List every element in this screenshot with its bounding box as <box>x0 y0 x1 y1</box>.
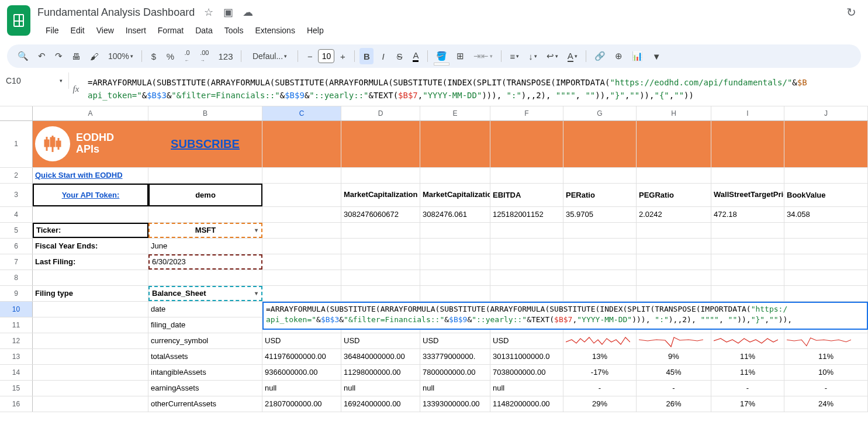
cell-D3[interactable]: MarketCapitalization <box>341 184 420 206</box>
subscribe-link[interactable]: SUBSCRIBE <box>171 137 240 151</box>
in-cell-formula-editor[interactable]: =ARRAYFORMULA(SUBSTITUTE(ARRAYFORMULA(SU… <box>262 302 868 330</box>
cell-C5[interactable] <box>262 223 341 238</box>
print-icon[interactable]: 🖶 <box>68 48 84 64</box>
row-header-5[interactable]: 5 <box>0 223 33 238</box>
cell-E9[interactable] <box>420 286 490 301</box>
cell-J14[interactable]: 10% <box>784 365 868 380</box>
cell-A13[interactable] <box>33 349 148 364</box>
select-all-corner[interactable] <box>0 106 33 120</box>
cell-H6[interactable] <box>637 239 711 254</box>
merge-button[interactable]: ⇥⇤ <box>470 48 496 64</box>
menu-format[interactable]: Format <box>153 23 188 37</box>
format-currency[interactable]: $ <box>147 48 161 64</box>
cell-G12-sparkline[interactable] <box>563 333 637 348</box>
cell-C15[interactable]: null <box>262 381 341 396</box>
move-icon[interactable]: ▣ <box>223 6 233 18</box>
cell-G5[interactable] <box>563 223 637 238</box>
cell-I5[interactable] <box>711 223 784 238</box>
cell-G14[interactable]: -17% <box>563 365 637 380</box>
cell-I4[interactable]: 472.18 <box>711 207 784 222</box>
cell-G8[interactable] <box>563 270 637 285</box>
bold-button[interactable]: B <box>359 48 374 64</box>
text-color-button[interactable]: A <box>409 48 423 64</box>
cell-J12-sparkline[interactable] <box>784 333 868 348</box>
cell-H5[interactable] <box>637 223 711 238</box>
cell-H4[interactable]: 2.0242 <box>637 207 711 222</box>
cell-A6[interactable]: Fiscal Year Ends: <box>33 239 148 254</box>
cell-D6[interactable] <box>341 239 420 254</box>
cell-C6[interactable] <box>262 239 341 254</box>
cell-G13[interactable]: 13% <box>563 349 637 364</box>
cell-B4[interactable] <box>148 207 262 222</box>
align-h-button[interactable]: ≡ <box>506 48 523 64</box>
cell-C4[interactable] <box>262 207 341 222</box>
fill-color-button[interactable]: 🪣 <box>433 48 451 64</box>
col-header-B[interactable]: B <box>148 106 262 120</box>
cell-A4[interactable] <box>33 207 148 222</box>
cell-G7[interactable] <box>563 254 637 270</box>
cell-J4[interactable]: 34.058 <box>784 207 868 222</box>
cell-A9[interactable]: Filing type <box>33 286 148 301</box>
cell-E7[interactable] <box>420 254 490 270</box>
cell-F7[interactable] <box>490 254 563 270</box>
cell-J7[interactable] <box>784 254 868 270</box>
cell-B9-dropdown[interactable]: Balance_Sheet <box>148 286 262 301</box>
cell-B11[interactable]: filing_date <box>148 317 262 333</box>
cell-E12[interactable]: USD <box>420 333 490 348</box>
star-icon[interactable]: ☆ <box>204 6 213 18</box>
zoom-select[interactable]: 100% <box>105 48 137 64</box>
cell-G15[interactable]: - <box>563 381 637 396</box>
name-box[interactable]: C10▾ <box>0 72 69 89</box>
cell-E16[interactable]: 13393000000.00 <box>420 396 490 412</box>
cell-F1[interactable] <box>490 121 563 167</box>
italic-button[interactable]: I <box>376 48 390 64</box>
cell-F16[interactable]: 11482000000.00 <box>490 396 563 412</box>
cell-G3[interactable]: PERatio <box>563 184 637 206</box>
cell-A11[interactable] <box>33 317 148 333</box>
row-header-13[interactable]: 13 <box>0 349 33 364</box>
cell-I15[interactable]: - <box>711 381 784 396</box>
cell-A16[interactable] <box>33 396 148 412</box>
cell-B13[interactable]: totalAssets <box>148 349 262 364</box>
cell-A12[interactable] <box>33 333 148 348</box>
col-header-H[interactable]: H <box>637 106 711 120</box>
cell-H3[interactable]: PEGRatio <box>637 184 711 206</box>
row-header-6[interactable]: 6 <box>0 239 33 254</box>
redo-icon[interactable]: ↷ <box>51 48 66 64</box>
cell-E1[interactable] <box>420 121 490 167</box>
cell-A8[interactable] <box>33 270 148 285</box>
cell-B1[interactable]: SUBSCRIBE <box>148 121 262 167</box>
cell-B3[interactable]: demo <box>148 184 262 206</box>
cell-A2[interactable]: Quick Start with EODHD <box>33 168 148 183</box>
cell-A1[interactable]: EODHDAPIs <box>33 121 148 167</box>
cell-A14[interactable] <box>33 365 148 380</box>
cell-G9[interactable] <box>563 286 637 301</box>
cell-H12-sparkline[interactable] <box>637 333 711 348</box>
rotate-button[interactable]: A <box>564 48 581 64</box>
cell-C2[interactable] <box>262 168 341 183</box>
cell-B5-dropdown[interactable]: MSFT <box>148 223 262 238</box>
cell-D9[interactable] <box>341 286 420 301</box>
cell-J9[interactable] <box>784 286 868 301</box>
cell-F15[interactable]: null <box>490 381 563 396</box>
row-header-16[interactable]: 16 <box>0 396 33 412</box>
cell-A10[interactable] <box>33 302 148 317</box>
cell-F2[interactable] <box>490 168 563 183</box>
undo-icon[interactable]: ↶ <box>34 48 49 64</box>
cell-E14[interactable]: 7800000000.00 <box>420 365 490 380</box>
cell-A5[interactable]: Ticker: <box>33 223 148 238</box>
cell-H7[interactable] <box>637 254 711 270</box>
format-number[interactable]: 123 <box>215 48 236 64</box>
cell-A15[interactable] <box>33 381 148 396</box>
cell-D1[interactable] <box>341 121 420 167</box>
cell-I8[interactable] <box>711 270 784 285</box>
cell-J2[interactable] <box>784 168 868 183</box>
increase-decimal[interactable]: .00→ <box>196 48 212 64</box>
cell-J15[interactable]: - <box>784 381 868 396</box>
cell-B6[interactable]: June <box>148 239 262 254</box>
menu-help[interactable]: Help <box>302 23 328 37</box>
formula-input[interactable]: =ARRAYFORMULA(SUBSTITUTE(ARRAYFORMULA(SU… <box>83 72 868 106</box>
font-size-increase[interactable]: + <box>336 48 350 64</box>
cell-D2[interactable] <box>341 168 420 183</box>
cell-H14[interactable]: 45% <box>637 365 711 380</box>
